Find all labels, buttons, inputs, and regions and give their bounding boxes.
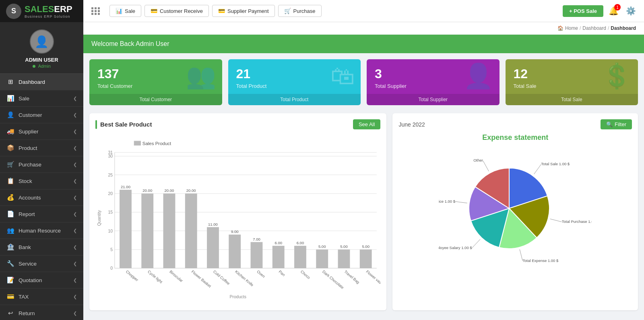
svg-text:21.00: 21.00 [121, 185, 130, 189]
svg-text:Cycle light: Cycle light [147, 269, 163, 284]
bar-8 [294, 246, 306, 268]
stat-icon-product: 🛍 [330, 64, 355, 88]
nav-label-report: Report [19, 211, 35, 217]
nav-label-bank: Bank [19, 244, 31, 250]
bar-6 [251, 242, 263, 268]
nav-item-left: 💳 TAX [6, 293, 29, 300]
filter-button[interactable]: 🔍 Filter [601, 119, 632, 129]
stat-icon-customer: 👥 [186, 64, 216, 88]
sidebar-item-sale[interactable]: 📊 Sale ❮ [0, 90, 83, 107]
svg-text:20.00: 20.00 [186, 188, 196, 193]
svg-text:10: 10 [108, 229, 113, 233]
svg-text:Dark Chocolate: Dark Chocolate [322, 269, 345, 290]
svg-line-48 [520, 249, 522, 261]
nav-item-left: 📄 Report [6, 210, 35, 218]
nav-item-left: ↩ Return [6, 310, 35, 317]
nav-arrow-supplier: ❮ [73, 129, 77, 134]
sidebar-item-tax[interactable]: 💳 TAX ❮ [0, 289, 83, 305]
nav-icon-return: ↩ [6, 310, 14, 317]
svg-text:6.00: 6.00 [297, 241, 304, 245]
nav-item-left: 🚚 Supplier [6, 128, 39, 135]
logo-text: SALESERP Business ERP Solution [25, 4, 72, 19]
stat-card-supplier: 3 Total Supplier 👤 Total Supplier [367, 59, 500, 105]
customer-receive-button[interactable]: 💳 Customer Receive [144, 5, 209, 17]
sidebar-item-purchase[interactable]: 🛒 Purchase ❮ [0, 156, 83, 173]
nav-item-left: 🏦 Bank [6, 243, 31, 251]
sale-button[interactable]: 📊 Sale [109, 5, 141, 17]
nav-item-left: ⊞ Dashboard [6, 78, 45, 85]
apps-menu-icon[interactable] [89, 5, 102, 17]
pos-sale-button[interactable]: + POS Sale [563, 5, 603, 17]
customer-receive-icon: 💳 [151, 8, 157, 14]
svg-text:Flower Basket: Flower Basket [190, 269, 212, 289]
user-area: 👤 ADMIN USER Admin [0, 22, 83, 74]
nav-arrow-report: ❮ [73, 212, 77, 217]
purchase-icon: 🛒 [284, 8, 291, 14]
sidebar-item-stock[interactable]: 📋 Stock ❮ [0, 173, 83, 189]
sidebar-item-quotation[interactable]: 📝 Quotation ❮ [0, 272, 83, 289]
svg-line-49 [472, 239, 481, 248]
nav-item-left: 📝 Quotation [6, 276, 42, 284]
avatar: 👤 [30, 29, 54, 54]
pie-chart-svg: Total Sale 1.00 $Total Purchase 1.00 $To… [439, 146, 592, 271]
pie-label-2: Total Expense 1.00 $ [523, 258, 559, 263]
user-name: ADMIN USER [25, 57, 58, 63]
bar-11 [360, 249, 372, 268]
nav-arrow-product: ❮ [73, 145, 77, 151]
sidebar-item-supplier[interactable]: 🚚 Supplier ❮ [0, 123, 83, 140]
notification-button[interactable]: 🔔 1 [607, 4, 621, 18]
nav-label-accounts: Accounts [19, 195, 41, 201]
svg-text:Binocular: Binocular [169, 269, 184, 283]
sidebar-item-human-resource[interactable]: 👥 Human Resource ❮ [0, 222, 83, 239]
bar-1 [141, 193, 153, 268]
pie-label-3: Employee Salary 1.00 $ [439, 245, 472, 250]
sidebar-item-product[interactable]: 📦 Product ❮ [0, 140, 83, 156]
sidebar-item-report[interactable]: 📄 Report ❮ [0, 206, 83, 222]
nav-arrow-purchase: ❮ [73, 162, 77, 167]
sidebar-item-return[interactable]: ↩ Return ❮ [0, 305, 83, 320]
nav-arrow-service: ❮ [73, 261, 77, 266]
breadcrumb-parent[interactable]: Dashboard [582, 25, 606, 31]
nav-icon-service: 🔧 [6, 260, 14, 267]
nav-item-left: 🛒 Purchase [6, 161, 41, 168]
sidebar-logo: S SALESERP Business ERP Solution [0, 0, 83, 22]
bar-chart-svg: Sales Product05101520253031Quantity21.00… [95, 133, 380, 303]
bar-10 [338, 249, 350, 268]
nav-label-quotation: Quotation [19, 277, 42, 283]
sidebar-item-customer[interactable]: 👤 Customer ❮ [0, 107, 83, 123]
sidebar-item-bank[interactable]: 🏦 Bank ❮ [0, 239, 83, 256]
svg-text:31: 31 [108, 150, 113, 155]
svg-text:20.00: 20.00 [165, 188, 174, 193]
nav-item-left: 💰 Accounts [6, 194, 41, 201]
nav-icon-product: 📦 [6, 144, 14, 152]
nav-arrow-sale: ❮ [73, 96, 77, 101]
breadcrumb-home[interactable]: Home [565, 25, 578, 31]
svg-text:11.00: 11.00 [208, 222, 218, 226]
sidebar-item-accounts[interactable]: 💰 Accounts ❮ [0, 189, 83, 206]
stat-footer-supplier: Total Supplier [367, 94, 500, 105]
pie-label-5: Other [473, 158, 483, 162]
nav-arrow-quotation: ❮ [73, 278, 77, 283]
nav-icon-purchase: 🛒 [6, 161, 14, 168]
nav-item-left: 📦 Product [6, 144, 37, 152]
nav-icon-stock: 📋 [6, 177, 14, 185]
stat-footer-customer: Total Customer [89, 94, 222, 105]
expense-title: Expense statement [398, 133, 632, 142]
nav-icon-bank: 🏦 [6, 243, 14, 251]
settings-topbar-button[interactable]: ⚙️ [624, 4, 638, 18]
nav-icon-customer: 👤 [6, 111, 14, 118]
bar-2 [163, 193, 175, 268]
sidebar-item-service[interactable]: 🔧 Service ❮ [0, 256, 83, 272]
nav-arrow-customer: ❮ [73, 112, 77, 118]
sidebar-item-dashboard[interactable]: ⊞ Dashboard [0, 74, 83, 90]
stat-card-customer: 137 Total Customer 👥 Total Customer [89, 59, 222, 105]
svg-text:5: 5 [110, 247, 113, 252]
svg-text:Kitchen Knife: Kitchen Knife [234, 269, 254, 287]
supplier-payment-button[interactable]: 💳 Supplier Payment [212, 5, 275, 17]
see-all-button[interactable]: See All [353, 119, 380, 129]
purchase-button[interactable]: 🛒 Purchase [278, 5, 322, 17]
welcome-text: Welcome Back Admin User [91, 40, 169, 47]
nav-item-left: 👤 Customer [6, 111, 42, 118]
nav-label-purchase: Purchase [19, 162, 41, 168]
stat-icon-supplier: 👤 [463, 64, 493, 88]
